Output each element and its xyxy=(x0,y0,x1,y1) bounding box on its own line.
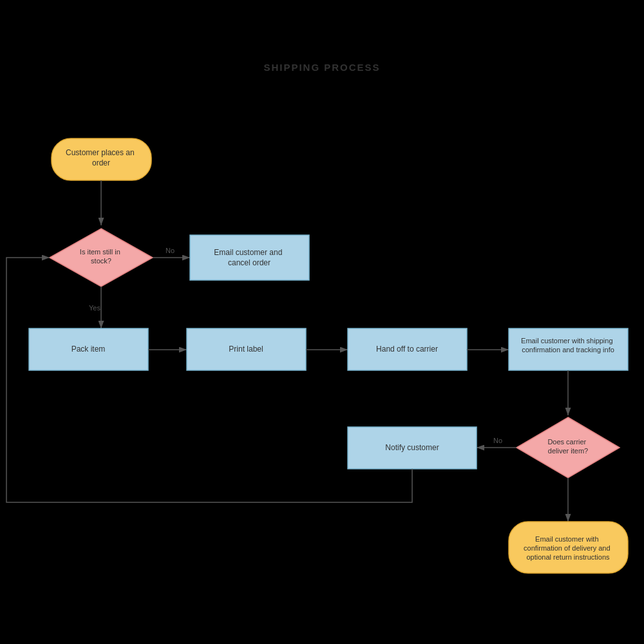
handoff-label: Hand off to carrier xyxy=(376,345,438,354)
no-label-1: No xyxy=(166,247,175,254)
print-label: Print label xyxy=(229,345,263,354)
pack-label: Pack item xyxy=(71,345,106,354)
page-title: SHIPPING PROCESS xyxy=(263,62,380,73)
notify-label: Notify customer xyxy=(385,443,439,452)
email-delivery-label: Email customer with confirmation of deli… xyxy=(524,535,612,561)
yes-label: Yes xyxy=(89,304,100,312)
no-label-2: No xyxy=(493,437,502,444)
canvas: SHIPPING PROCESS Customer places an orde… xyxy=(0,0,644,644)
cancel-node xyxy=(190,235,309,280)
flowchart: SHIPPING PROCESS Customer places an orde… xyxy=(0,0,644,644)
